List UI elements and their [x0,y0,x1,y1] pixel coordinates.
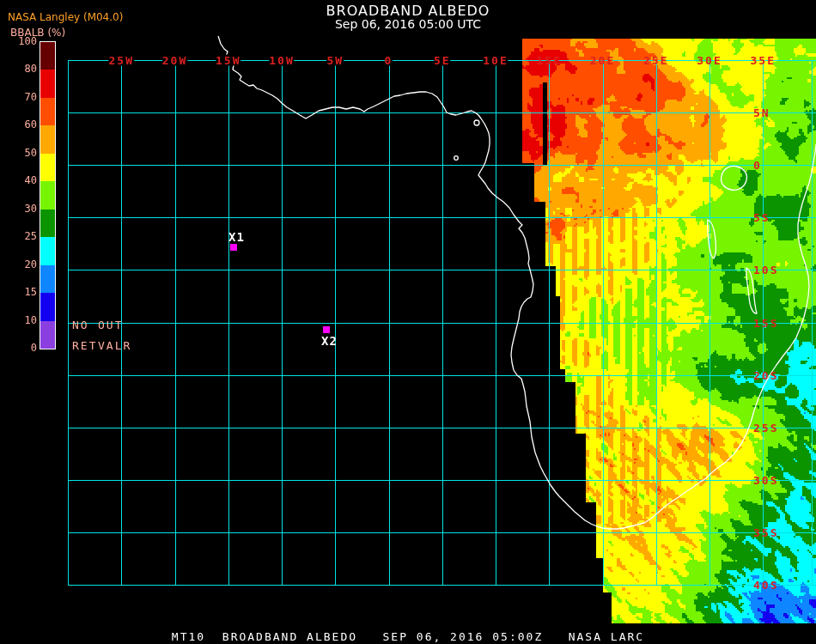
colorbar-segment-20-25 [40,237,55,264]
colorbar-segment-50-60 [40,125,55,153]
longitude-label: 25E [643,55,668,66]
colorbar-tick: 15 [9,286,37,298]
latitude-label: 20S [753,369,778,380]
colorbar-tick: 80 [9,63,37,75]
flag-out: OUT [98,319,123,331]
albedo-map-viewer: BROADBAND ALBEDO Sep 06, 2016 05:00 UTC … [0,0,816,644]
colorbar-segment-15-20 [40,265,55,293]
longitude-label: 20E [590,55,615,66]
latitude-label: 35S [753,526,778,538]
colorbar-segment-80-100 [40,42,55,70]
colorbar-tick: 100 [9,35,37,47]
colorbar-tick: 25 [9,230,37,242]
latitude-label: 25S [753,422,778,433]
latitude-label: 5S [753,212,770,223]
colorbar-tick: 10 [9,314,37,326]
longitude-label: 20W [162,55,187,66]
colorbar-tick: 50 [9,147,37,159]
colorbar-segment-60-70 [40,98,55,125]
longitude-label: 5E [434,55,451,66]
colorbar-segment-25-30 [40,210,55,237]
latitude-label: 15S [753,317,778,328]
colorbar-tick: 20 [9,258,37,270]
colorbar [40,41,56,349]
flag-ret: RET [72,339,97,352]
longitude-label: 15W [216,55,241,66]
latitude-label: 5N [753,107,770,118]
flag-no: NO [72,319,89,331]
colorbar-tick: 60 [9,118,37,131]
producer-label: NASA Langley (M04.0) [8,11,123,23]
colorbar-segment-70-80 [40,70,55,97]
longitude-label: 10W [269,55,294,66]
colorbar-tick: 40 [9,174,37,186]
colorbar-tick: 30 [9,203,37,215]
latitude-label: 10S [753,264,778,276]
colorbar-tick: 70 [9,91,37,103]
longitude-label: 15E [537,55,562,66]
longitude-label: 25W [109,55,134,66]
colorbar-segment-0-10 [40,321,55,349]
flag-valr: VALR [98,339,131,352]
colorbar-segment-10-15 [40,293,55,320]
longitude-label: 5W [326,55,344,66]
latitude-label: 30S [753,474,778,485]
marker-point-X2[interactable] [323,326,330,333]
colorbar-tick: 0 [9,342,37,354]
longitude-label: 0 [385,55,393,66]
marker-point-X1[interactable] [230,244,237,251]
longitude-label: 10E [483,55,508,66]
colorbar-segment-40-50 [40,154,55,181]
latitude-label: 0 [753,160,762,171]
marker-label-X1: X1 [228,230,245,244]
longitude-label: 35E [751,55,776,66]
longitude-label: 30E [697,55,722,66]
colorbar-segment-30-40 [40,181,55,209]
marker-label-X2: X2 [321,334,338,348]
latitude-label: 40S [753,580,778,591]
status-bar: MT10 BROADBAND ALBEDO SEP 06, 2016 05:00… [0,630,816,643]
